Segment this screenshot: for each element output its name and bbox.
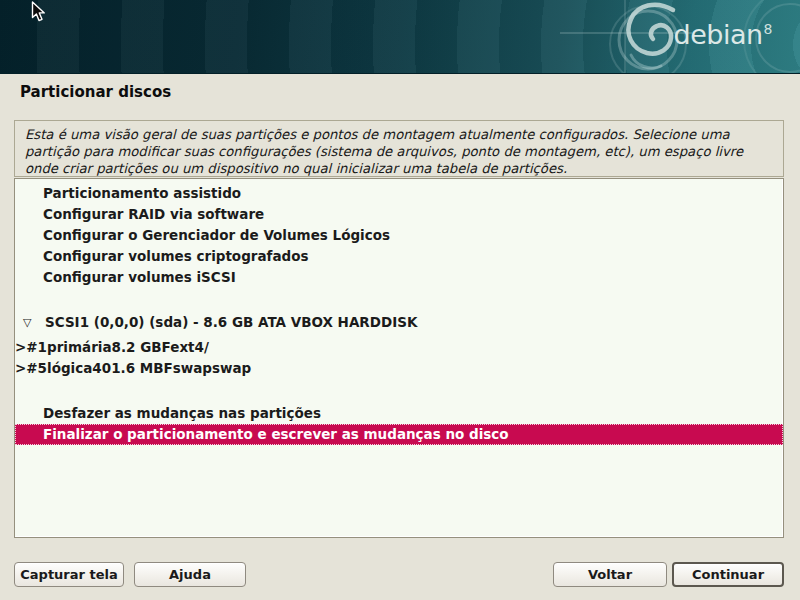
partition-size: 8.2 GB bbox=[112, 339, 162, 355]
installer-banner: debian8 bbox=[0, 0, 800, 74]
partition-number: #5 bbox=[26, 360, 47, 376]
continue-button[interactable]: Continuar bbox=[672, 562, 784, 587]
disk-label: SCSI1 (0,0,0) (sda) - 8.6 GB ATA VBOX HA… bbox=[15, 314, 417, 330]
list-item-label: Configurar RAID via software bbox=[15, 206, 264, 222]
list-item-label: Particionamento assistido bbox=[15, 185, 241, 201]
partition-arrow-icon: > bbox=[15, 339, 26, 355]
brand-version: 8 bbox=[764, 21, 772, 37]
partition-format-flag: F bbox=[162, 339, 171, 355]
partition-filesystem: swap bbox=[173, 360, 212, 376]
debian-wordmark: debian8 bbox=[674, 16, 772, 48]
back-button[interactable]: Voltar bbox=[553, 562, 667, 587]
expand-triangle-icon[interactable]: ▽ bbox=[23, 312, 31, 333]
help-button[interactable]: Ajuda bbox=[134, 562, 246, 587]
partition-mountpoint: / bbox=[204, 339, 209, 355]
partition-type: primária bbox=[47, 339, 112, 355]
row-disk-sda[interactable]: ▽SCSI1 (0,0,0) (sda) - 8.6 GB ATA VBOX H… bbox=[15, 312, 783, 337]
row-configure-software-raid[interactable]: Configurar RAID via software bbox=[15, 204, 783, 225]
row-undo-partition-changes[interactable]: Desfazer as mudanças nas partições bbox=[15, 403, 783, 424]
page-title: Particionar discos bbox=[20, 83, 171, 101]
partition-format-flag: F bbox=[163, 360, 172, 376]
list-item-label: Configurar volumes criptografados bbox=[15, 248, 309, 264]
mouse-cursor-icon bbox=[31, 1, 46, 23]
debian-installer-window: { "banner": { "brand": "debian", "versio… bbox=[0, 0, 800, 600]
partition-filesystem: ext4 bbox=[170, 339, 204, 355]
row-configure-encrypted-volumes[interactable]: Configurar volumes criptografados bbox=[15, 246, 783, 267]
list-item-label: Configurar o Gerenciador de Volumes Lógi… bbox=[15, 227, 390, 243]
list-spacer bbox=[15, 288, 783, 312]
list-spacer bbox=[15, 379, 783, 403]
intro-text-box: Esta é uma visão geral de suas partições… bbox=[14, 120, 784, 177]
partition-mountpoint: swap bbox=[212, 360, 251, 376]
partition-list[interactable]: Particionamento assistidoConfigurar RAID… bbox=[14, 178, 784, 538]
row-guided-partitioning[interactable]: Particionamento assistido bbox=[15, 183, 783, 204]
row-configure-lvm[interactable]: Configurar o Gerenciador de Volumes Lógi… bbox=[15, 225, 783, 246]
row-finish-partitioning[interactable]: Finalizar o particionamento e escrever a… bbox=[15, 424, 783, 445]
row-partition-5[interactable]: >#5lógica401.6 MBFswapswap bbox=[15, 358, 783, 379]
screenshot-button[interactable]: Capturar tela bbox=[14, 562, 124, 587]
partition-arrow-icon: > bbox=[15, 360, 26, 376]
row-partition-1[interactable]: >#1primária8.2 GBFext4/ bbox=[15, 337, 783, 358]
intro-text: Esta é uma visão geral de suas partições… bbox=[25, 127, 743, 176]
list-item-label: Finalizar o particionamento e escrever a… bbox=[15, 426, 509, 442]
row-configure-iscsi-volumes[interactable]: Configurar volumes iSCSI bbox=[15, 267, 783, 288]
partition-size: 401.6 MB bbox=[92, 360, 163, 376]
partition-type: lógica bbox=[47, 360, 92, 376]
list-item-label: Desfazer as mudanças nas partições bbox=[15, 405, 321, 421]
list-item-label: Configurar volumes iSCSI bbox=[15, 269, 236, 285]
partition-number: #1 bbox=[26, 339, 47, 355]
brand-text: debian bbox=[674, 19, 763, 50]
